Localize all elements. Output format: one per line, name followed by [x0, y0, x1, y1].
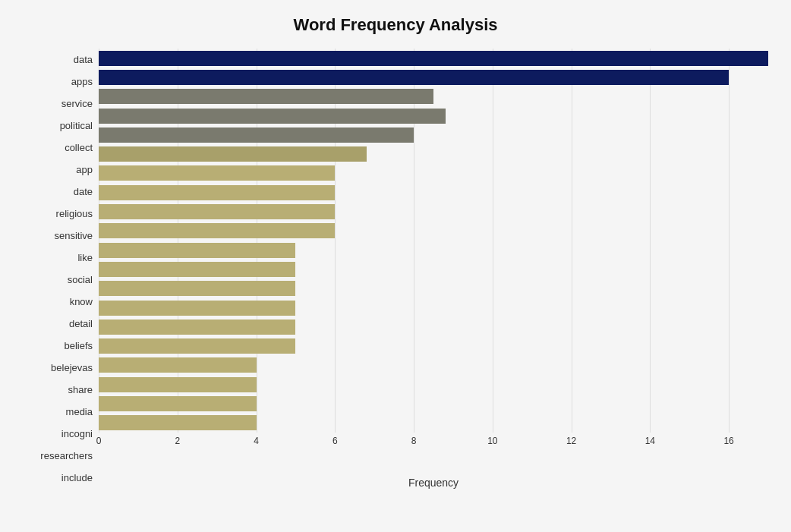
bar [99, 281, 295, 296]
y-label: detail [23, 314, 93, 334]
y-label: know [23, 292, 93, 312]
x-tick-label: 6 [332, 436, 338, 446]
bar [99, 415, 257, 430]
bar [99, 243, 295, 258]
bars-and-grid: 0246810121416 Frequency [99, 49, 768, 489]
bar-row [99, 279, 768, 298]
y-label: app [23, 160, 93, 180]
x-tick-label: 12 [566, 436, 576, 446]
bar-row [99, 356, 768, 375]
chart-area: dataappsservicepoliticalcollectappdatere… [23, 49, 768, 489]
bar-row [99, 202, 768, 221]
bar-row [99, 144, 768, 163]
bar-row [99, 222, 768, 241]
y-label: collect [23, 138, 93, 158]
x-tick-label: 2 [175, 436, 180, 446]
bar-row [99, 183, 768, 202]
y-label: include [23, 468, 93, 488]
y-label: incogni [23, 424, 93, 444]
y-label: service [23, 94, 93, 114]
y-label: political [23, 116, 93, 136]
bar [99, 396, 257, 411]
bar [99, 51, 768, 66]
x-tick-label: 8 [411, 436, 417, 446]
y-label: belejevas [23, 358, 93, 378]
bar [99, 320, 295, 335]
y-label: social [23, 270, 93, 290]
bar [99, 70, 729, 85]
bar-row [99, 298, 768, 317]
bar-row [99, 260, 768, 279]
bar [99, 89, 433, 104]
x-tick-label: 4 [254, 436, 259, 446]
bar [99, 301, 295, 316]
bar [99, 165, 335, 181]
bar [99, 377, 257, 392]
grid-and-bars [99, 49, 768, 433]
bar [99, 223, 335, 238]
y-label: researchers [23, 446, 93, 466]
bar-row [99, 414, 768, 433]
x-axis-container: 0246810121416 [99, 433, 768, 455]
bar [99, 357, 257, 373]
x-tick-label: 14 [645, 436, 655, 446]
bar [99, 262, 295, 277]
y-label: media [23, 402, 93, 422]
bar [99, 185, 335, 200]
x-ticks: 0246810121416 [99, 433, 768, 455]
chart-title: Word Frequency Analysis [23, 15, 768, 35]
bar-row [99, 49, 768, 68]
bar [99, 109, 446, 124]
bar-row [99, 394, 768, 413]
bar-row [99, 241, 768, 260]
bar [99, 204, 335, 219]
y-label: share [23, 380, 93, 400]
chart-container: Word Frequency Analysis dataappsservicep… [0, 0, 791, 532]
x-tick-label: 0 [96, 436, 102, 446]
bar-row [99, 87, 768, 106]
bar-row [99, 317, 768, 336]
y-label: data [23, 50, 93, 70]
bar-row [99, 375, 768, 394]
bar-row [99, 164, 768, 183]
bar [99, 146, 367, 162]
y-label: apps [23, 72, 93, 92]
y-axis-labels: dataappsservicepoliticalcollectappdatere… [23, 49, 99, 489]
x-tick-label: 10 [487, 436, 497, 446]
bar-row [99, 336, 768, 355]
bars-column [99, 49, 768, 433]
y-label: sensitive [23, 226, 93, 246]
y-label: like [23, 248, 93, 268]
bar [99, 127, 414, 143]
bar-row [99, 106, 768, 125]
y-label: beliefs [23, 336, 93, 356]
x-axis-title: Frequency [99, 477, 768, 489]
y-label: date [23, 182, 93, 202]
bar [99, 338, 295, 354]
bar-row [99, 68, 768, 87]
y-label: religious [23, 204, 93, 224]
bar-row [99, 125, 768, 144]
x-tick-label: 16 [723, 436, 733, 446]
